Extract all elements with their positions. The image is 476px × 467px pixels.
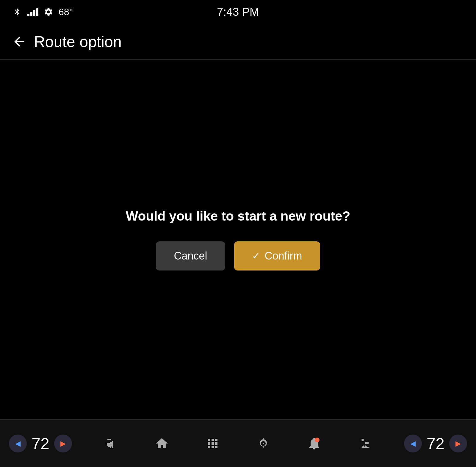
header: Route option	[0, 24, 476, 59]
dialog-buttons: Cancel ✓ Confirm	[156, 241, 320, 271]
dialog-question: Would you like to start a new route?	[126, 209, 350, 224]
confirm-label: Confirm	[265, 250, 302, 262]
main-content: Would you like to start a new route? Can…	[0, 60, 476, 419]
status-bar: 68° 7:43 PM	[0, 0, 476, 24]
settings-icon	[43, 7, 54, 17]
rear-heat-button[interactable]	[353, 432, 377, 455]
right-temp-increase-button[interactable]: ▶	[449, 435, 467, 452]
right-arrow-icon-right: ▶	[455, 439, 461, 448]
bottom-bar: ◀ 72 ▶	[0, 419, 476, 467]
checkmark-icon: ✓	[252, 250, 260, 262]
left-temp-decrease-button[interactable]: ◀	[9, 435, 27, 452]
temperature-display: 68°	[59, 7, 73, 18]
left-temp-increase-button[interactable]: ▶	[54, 435, 72, 452]
right-arrow-icon: ▶	[60, 439, 66, 448]
fan-button[interactable]	[251, 432, 275, 455]
svg-point-0	[315, 438, 320, 442]
status-bar-left: 68°	[12, 7, 73, 18]
bluetooth-icon	[12, 7, 23, 17]
page-title: Route option	[34, 33, 122, 51]
right-temp-control: ◀ 72 ▶	[404, 434, 467, 453]
home-button[interactable]	[150, 432, 174, 455]
right-temp-decrease-button[interactable]: ◀	[404, 435, 422, 452]
left-arrow-icon: ◀	[15, 439, 21, 448]
right-temp-value: 72	[424, 434, 447, 453]
cancel-button[interactable]: Cancel	[156, 241, 225, 271]
apps-button[interactable]	[201, 432, 225, 455]
confirm-button[interactable]: ✓ Confirm	[234, 241, 320, 271]
left-temp-control: ◀ 72 ▶	[9, 434, 72, 453]
left-arrow-icon-right: ◀	[410, 439, 416, 448]
alert-button[interactable]	[302, 432, 326, 455]
back-button[interactable]	[12, 34, 27, 49]
time-display: 7:43 PM	[217, 6, 259, 18]
signal-icon	[27, 8, 38, 16]
left-temp-value: 72	[29, 434, 52, 453]
seat-heat-button[interactable]	[99, 432, 123, 455]
